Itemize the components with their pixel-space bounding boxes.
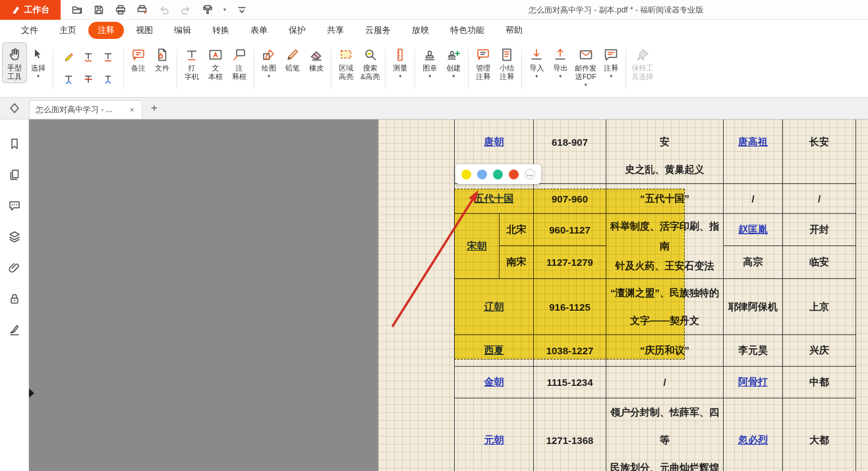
ribbon-tool-export[interactable]: 导出 ▾ — [548, 43, 572, 80]
menu-home[interactable]: 主页 — [50, 22, 86, 39]
menu-edit[interactable]: 编辑 — [165, 22, 200, 39]
page-thumbnails-icon[interactable] — [7, 168, 22, 182]
ribbon-tool-stamp[interactable]: 图章 ▾ — [418, 43, 442, 80]
dynasty-link[interactable]: 唐朝 — [484, 136, 504, 147]
cell-founder: / — [724, 184, 783, 214]
founder-link[interactable]: 阿骨打 — [738, 376, 768, 387]
dynasty-link[interactable]: 元朝 — [484, 434, 504, 445]
more-colors-button[interactable]: … — [525, 169, 535, 179]
ribbon-tool-note[interactable]: 备注 — [127, 43, 150, 74]
menu-features[interactable]: 特色功能 — [441, 22, 494, 39]
quick-access-toolbar: ▾ — [61, 4, 248, 16]
tool-label: 搜索&高亮 — [361, 64, 380, 81]
tool-label: 保持工具选择 — [631, 64, 653, 81]
cell-founder: 阿骨打 — [724, 367, 783, 398]
group-separator — [468, 49, 469, 89]
digital-signature-icon[interactable] — [7, 323, 22, 337]
ribbon-tool-email-fdf[interactable]: 邮件发送FDF ▾ — [572, 43, 599, 89]
color-swatch-red[interactable] — [509, 170, 519, 179]
text-markup-grid — [56, 43, 121, 96]
menu-present[interactable]: 放映 — [403, 22, 438, 39]
workspace-label: 工作台 — [24, 4, 50, 16]
menu-form[interactable]: 表单 — [241, 22, 277, 39]
security-icon[interactable] — [7, 292, 22, 306]
ribbon-tool-hand[interactable]: 手型工具 — [3, 43, 26, 82]
redo-icon[interactable] — [180, 4, 192, 16]
diamond-tool-icon[interactable] — [9, 102, 20, 114]
open-folder-icon[interactable] — [71, 4, 83, 16]
ribbon-tool-comments-panel[interactable]: 注释 ▾ — [599, 43, 623, 80]
chevron-down-icon: ▾ — [585, 82, 587, 88]
ribbon-tool-textbox[interactable]: 文本框 — [204, 43, 227, 82]
chevron-down-icon[interactable]: ▾ — [223, 7, 226, 13]
color-swatch-yellow[interactable] — [461, 170, 471, 179]
print-icon[interactable] — [115, 4, 127, 16]
save-icon[interactable] — [93, 4, 105, 16]
tool-label: 邮件发送FDF — [575, 64, 596, 81]
attachments-icon[interactable] — [7, 261, 22, 275]
chevron-down-icon: ▾ — [559, 74, 562, 79]
new-tab-button[interactable]: + — [151, 102, 158, 115]
chevron-down-icon: ▾ — [452, 74, 455, 79]
format-brush-icon[interactable] — [202, 4, 214, 16]
tool-label: 备注 — [131, 64, 146, 73]
founder-link[interactable]: 赵匡胤 — [738, 224, 768, 235]
quick-print-icon[interactable] — [136, 4, 148, 16]
close-tab-icon[interactable]: × — [128, 105, 136, 115]
founder-link[interactable]: 唐高祖 — [738, 136, 768, 147]
menu-help[interactable]: 帮助 — [496, 22, 532, 39]
tool-label: 测量 — [393, 64, 407, 73]
menu-comment[interactable]: 注释 — [88, 22, 124, 39]
document-view-area[interactable]: 唐朝 618-907 武则天建周、开元盛世、安史之乱、黄巢起义 唐高祖 长安 五… — [29, 119, 868, 471]
comments-icon[interactable] — [7, 199, 22, 213]
ribbon-tool-import[interactable]: 导入 ▾ — [525, 43, 548, 80]
ribbon-tool-measure[interactable]: 测量 ▾ — [388, 43, 412, 80]
replace-text-icon[interactable] — [60, 71, 77, 88]
ribbon-group-manage: 管理注释 小结注释 — [471, 43, 519, 96]
ribbon-tool-manage-comments[interactable]: 管理注释 — [471, 43, 495, 82]
founder-link[interactable]: 忽必烈 — [738, 434, 768, 445]
menu-protect[interactable]: 保护 — [279, 22, 315, 39]
group-separator — [331, 49, 332, 89]
layers-icon[interactable] — [7, 230, 22, 244]
color-swatch-blue[interactable] — [477, 170, 487, 179]
chevron-down-icon: ▾ — [535, 74, 538, 79]
menu-file[interactable]: 文件 — [12, 22, 47, 39]
highlight-text-icon[interactable] — [60, 48, 77, 65]
ribbon-tool-file-attachment[interactable]: 文件 — [150, 43, 174, 74]
squiggly-underline-icon[interactable] — [80, 48, 97, 65]
ribbon-tool-callout[interactable]: 注释框 — [227, 43, 251, 82]
menu-view[interactable]: 视图 — [127, 22, 162, 39]
customize-quick-access-icon[interactable] — [236, 4, 248, 16]
underline-text-icon[interactable] — [100, 48, 117, 65]
cell-capital: 临安 — [783, 246, 856, 279]
ribbon-tool-summarize-comments[interactable]: 小结注释 — [495, 43, 519, 82]
document-tab[interactable]: 怎么面对高中学习 - ... × — [29, 100, 142, 119]
menu-convert[interactable]: 转换 — [203, 22, 239, 39]
menu-cloud[interactable]: 云服务 — [356, 22, 400, 39]
ribbon-tool-eraser[interactable]: 橡皮 — [304, 43, 328, 74]
bookmarks-icon[interactable] — [7, 137, 22, 151]
undo-icon[interactable] — [158, 4, 170, 16]
highlight-annotation[interactable] — [454, 189, 685, 360]
ribbon-tool-select[interactable]: 选择 ▾ — [26, 43, 50, 80]
workspace-button[interactable]: 工作台 — [0, 0, 61, 20]
ribbon-tool-keep-tool-selected[interactable]: 保持工具选择 — [629, 43, 656, 82]
ribbon-tool-drawing[interactable]: 绘图 ▾ — [257, 43, 281, 80]
ribbon-tool-create[interactable]: 创建 ▾ — [442, 43, 465, 80]
ribbon-group-notes: 备注 文件 — [127, 43, 174, 96]
cell-dynasty: 金朝 — [455, 367, 534, 398]
tool-label: 文件 — [155, 64, 169, 73]
ribbon-tool-search-highlight[interactable]: 搜索&高亮 — [358, 43, 382, 82]
pencil-icon — [285, 46, 301, 64]
menu-share[interactable]: 共享 — [318, 22, 353, 39]
insert-text-icon[interactable] — [100, 71, 117, 88]
ribbon-tool-typewriter[interactable]: 打字机 — [180, 43, 204, 82]
color-swatch-green[interactable] — [493, 170, 503, 179]
ribbon-tool-area-highlight[interactable]: 区域高亮 — [334, 43, 358, 82]
navigation-panel-expand-handle[interactable] — [29, 389, 34, 398]
strikeout-text-icon[interactable] — [80, 71, 97, 88]
ribbon-tool-pencil[interactable]: 铅笔 — [281, 43, 304, 74]
dynasty-link[interactable]: 金朝 — [484, 376, 504, 387]
main-area: 唐朝 618-907 武则天建周、开元盛世、安史之乱、黄巢起义 唐高祖 长安 五… — [0, 119, 868, 471]
